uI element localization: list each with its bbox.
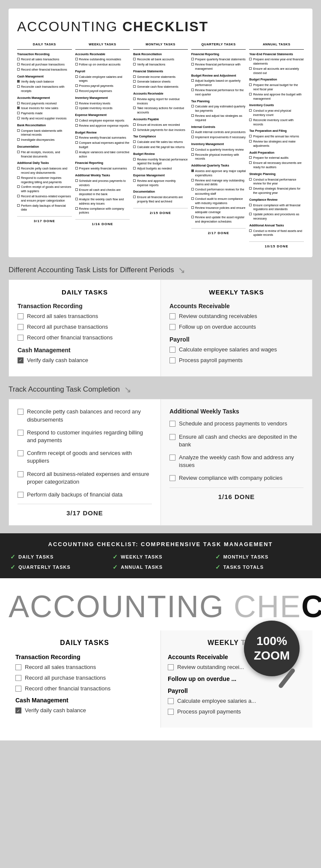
checkbox[interactable] [75, 102, 78, 104]
checkbox[interactable] [249, 140, 252, 143]
checkbox[interactable] [191, 58, 194, 60]
zoom-checkbox[interactable] [15, 664, 21, 670]
checkbox[interactable] [191, 188, 194, 190]
checkbox[interactable] [133, 85, 136, 88]
checkbox[interactable] [17, 151, 20, 153]
checkbox[interactable] [191, 79, 194, 82]
track-checkbox[interactable] [18, 430, 24, 436]
zoom-checkbox[interactable] [15, 707, 21, 713]
checkbox[interactable] [17, 112, 20, 114]
track-checkbox[interactable] [18, 409, 24, 415]
checkbox[interactable] [133, 75, 136, 78]
checkbox[interactable] [191, 105, 194, 107]
checkbox[interactable] [191, 179, 194, 181]
checkbox[interactable] [75, 84, 78, 87]
zoom-checkbox[interactable] [168, 709, 174, 715]
checkbox[interactable] [75, 107, 78, 109]
checkbox[interactable] [133, 158, 136, 161]
checkbox[interactable] [191, 131, 194, 133]
checkbox[interactable] [17, 102, 20, 104]
checkbox[interactable] [75, 75, 78, 78]
demo-checkbox[interactable] [169, 357, 175, 363]
checkbox[interactable] [17, 85, 20, 88]
checkbox[interactable] [75, 179, 78, 182]
checkbox[interactable] [191, 136, 194, 138]
checkbox[interactable] [75, 89, 78, 92]
checkbox[interactable] [249, 213, 252, 215]
checkbox[interactable] [17, 68, 20, 71]
checkbox[interactable] [191, 197, 194, 200]
checkbox[interactable] [133, 80, 136, 83]
checkbox[interactable] [191, 206, 194, 209]
checkbox[interactable] [249, 135, 252, 137]
checkbox[interactable] [191, 148, 194, 151]
checkbox[interactable] [133, 196, 136, 198]
checkbox[interactable] [191, 89, 194, 91]
checkbox[interactable] [17, 63, 20, 65]
checkbox[interactable] [75, 119, 78, 122]
track-checkbox[interactable] [169, 434, 175, 440]
track-checkbox[interactable] [169, 421, 175, 427]
track-checkbox[interactable] [18, 471, 24, 477]
checkbox[interactable] [191, 153, 194, 156]
checkbox[interactable] [75, 167, 78, 169]
track-checkbox[interactable] [18, 492, 24, 498]
checkbox[interactable] [249, 58, 252, 60]
checkbox[interactable] [133, 128, 136, 131]
demo-checkbox[interactable] [169, 324, 175, 330]
checkbox[interactable] [17, 195, 20, 197]
checkbox[interactable] [191, 216, 194, 218]
checkbox[interactable] [249, 204, 252, 206]
checkbox[interactable] [249, 229, 252, 232]
checkbox[interactable] [249, 178, 252, 181]
track-checkbox[interactable] [169, 455, 175, 461]
checkbox[interactable] [133, 123, 136, 126]
checkbox[interactable] [75, 58, 78, 60]
checkbox[interactable] [249, 67, 252, 70]
zoom-checkbox[interactable] [168, 664, 174, 670]
demo-checkbox[interactable] [18, 335, 24, 341]
checkbox[interactable] [75, 136, 78, 139]
demo-checkbox[interactable] [169, 347, 175, 353]
checkbox[interactable] [133, 58, 136, 60]
checkbox[interactable] [75, 151, 78, 153]
checkbox[interactable] [133, 140, 136, 143]
checkbox[interactable] [17, 107, 20, 109]
zoom-checkbox[interactable] [15, 686, 21, 692]
checkbox[interactable] [75, 188, 78, 191]
checkbox[interactable] [191, 169, 194, 172]
checkbox[interactable] [17, 204, 20, 207]
checkbox[interactable] [75, 198, 78, 200]
track-checkbox[interactable] [169, 475, 175, 481]
checkbox[interactable] [249, 161, 252, 164]
checkbox[interactable] [249, 156, 252, 159]
checkbox[interactable] [249, 83, 252, 86]
demo-checkbox[interactable] [18, 357, 24, 363]
checkbox[interactable] [17, 176, 20, 179]
checkbox[interactable] [75, 141, 78, 144]
demo-checkbox[interactable] [18, 324, 24, 330]
checkbox[interactable] [249, 119, 252, 121]
zoom-checkbox[interactable] [15, 675, 21, 681]
checkbox[interactable] [17, 138, 20, 141]
checkbox[interactable] [17, 129, 20, 132]
checkbox[interactable] [17, 185, 20, 188]
checkbox[interactable] [133, 63, 136, 65]
checkbox[interactable] [249, 93, 252, 95]
checkbox[interactable] [133, 179, 136, 182]
checkbox[interactable] [17, 117, 20, 119]
checkbox[interactable] [75, 207, 78, 210]
demo-checkbox[interactable] [169, 313, 175, 319]
checkbox[interactable] [249, 109, 252, 112]
checkbox[interactable] [75, 63, 78, 65]
checkbox[interactable] [17, 80, 20, 83]
checkbox[interactable] [133, 146, 136, 148]
checkbox[interactable] [133, 98, 136, 100]
checkbox[interactable] [133, 107, 136, 109]
checkbox[interactable] [249, 187, 252, 190]
checkbox[interactable] [191, 114, 194, 117]
track-checkbox[interactable] [18, 450, 24, 456]
checkbox[interactable] [133, 167, 136, 169]
demo-checkbox[interactable] [18, 313, 24, 319]
checkbox[interactable] [17, 58, 20, 60]
